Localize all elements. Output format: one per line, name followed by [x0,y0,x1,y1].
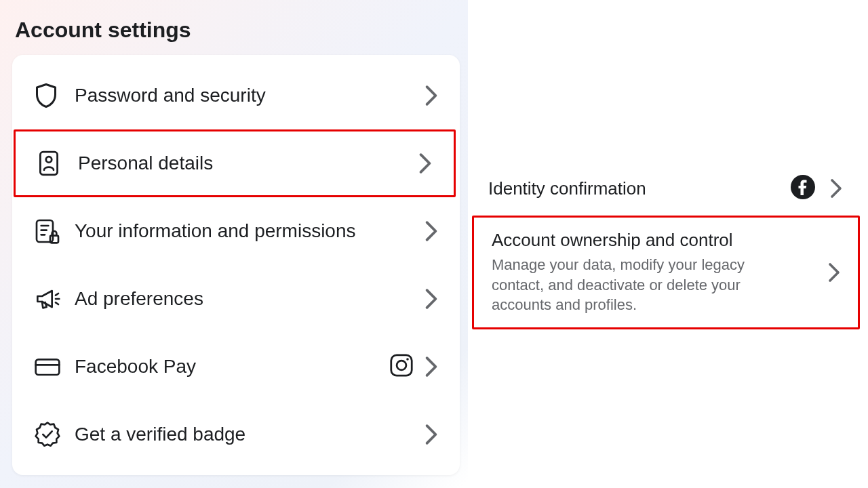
menu-item-facebook-pay[interactable]: Facebook Pay [12,333,460,401]
chevron-right-icon [425,356,438,378]
svg-point-11 [406,358,409,361]
menu-label: Ad preferences [75,288,425,310]
verified-badge-icon [34,421,75,448]
shield-icon [34,82,75,109]
facebook-icon [791,175,815,202]
menu-item-personal-details[interactable]: Personal details [14,129,456,197]
menu-label: Facebook Pay [75,356,389,378]
menu-item-verified-badge[interactable]: Get a verified badge [12,401,460,468]
person-card-icon [37,149,78,178]
svg-rect-9 [391,355,412,375]
menu-item-ad-preferences[interactable]: Ad preferences [12,265,460,333]
menu-item-password-security[interactable]: Password and security [12,62,460,129]
credit-card-icon [34,356,75,378]
account-settings-left-pane: Account settings Password and security P… [0,0,468,488]
menu-label: Get a verified badge [75,424,425,445]
chevron-right-icon [425,424,438,445]
menu-label: Your information and permissions [75,220,425,242]
svg-rect-7 [36,359,60,375]
chevron-right-icon [425,85,438,106]
document-lock-icon [34,218,75,245]
instagram-icon [389,353,414,380]
item-subtitle: Manage your data, modify your legacy con… [492,255,783,315]
settings-card: Password and security Personal details [12,55,460,475]
svg-point-10 [397,361,406,370]
right-list: Identity confirmation Account ownership … [471,163,860,329]
chevron-right-icon [830,178,842,199]
svg-point-1 [46,157,52,162]
item-identity-confirmation[interactable]: Identity confirmation [471,163,860,214]
chevron-right-icon [828,262,840,283]
menu-label: Password and security [75,85,425,106]
page-title: Account settings [15,18,468,43]
personal-details-right-pane: Identity confirmation Account ownership … [468,0,868,488]
item-title: Identity confirmation [488,178,791,199]
chevron-right-icon [425,220,438,242]
menu-item-info-permissions[interactable]: Your information and permissions [12,197,460,265]
item-title: Account ownership and control [492,230,828,251]
chevron-right-icon [418,152,432,174]
item-account-ownership-control[interactable]: Account ownership and control Manage you… [472,216,860,329]
chevron-right-icon [425,288,438,310]
menu-label: Personal details [78,152,418,174]
megaphone-icon [34,286,75,312]
